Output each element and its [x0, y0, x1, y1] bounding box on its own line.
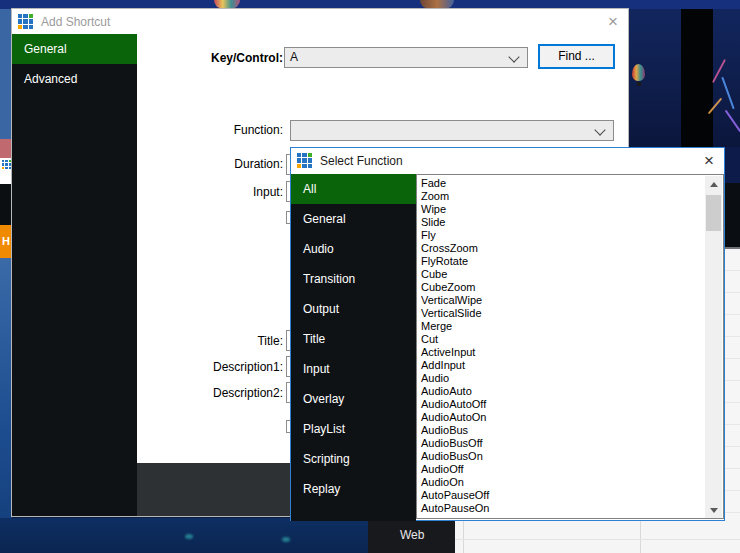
- title-label: Title:: [133, 334, 283, 348]
- table-row-divider: [455, 539, 740, 540]
- key-control-dropdown[interactable]: A: [284, 47, 528, 68]
- table-column-divider: [463, 518, 464, 553]
- category-item[interactable]: Input: [291, 354, 416, 384]
- function-item[interactable]: AutoPauseOn: [417, 502, 723, 515]
- orange-badge: H: [0, 225, 12, 258]
- category-item[interactable]: PlayList: [291, 414, 416, 444]
- function-item[interactable]: Wipe: [417, 203, 723, 216]
- function-dropdown[interactable]: [290, 120, 614, 141]
- balloon-basket: [637, 82, 641, 86]
- desktop-black-strip: [681, 9, 713, 147]
- app-tile-icon: [0, 158, 12, 184]
- function-item[interactable]: Slide: [417, 216, 723, 229]
- close-icon[interactable]: ×: [694, 151, 724, 171]
- scrollbar-thumb[interactable]: [706, 195, 721, 231]
- function-label: Function:: [133, 123, 283, 137]
- vmix-app-icon: [18, 14, 33, 29]
- web-tab-label[interactable]: Web: [368, 518, 455, 553]
- function-item[interactable]: AudioAutoOff: [417, 398, 723, 411]
- category-item[interactable]: Audio: [291, 234, 416, 264]
- duration-label: Duration:: [133, 157, 283, 171]
- function-item[interactable]: ActiveInput: [417, 346, 723, 359]
- function-item[interactable]: VerticalSlide: [417, 307, 723, 320]
- function-item[interactable]: Zoom: [417, 190, 723, 203]
- description2-label: Description2:: [133, 386, 283, 400]
- background-window-fragment: [724, 147, 740, 183]
- dialog-title: Select Function: [320, 154, 403, 168]
- table-column-divider: [640, 518, 641, 553]
- function-item[interactable]: AudioBusOff: [417, 437, 723, 450]
- scroll-down-icon[interactable]: [705, 502, 722, 519]
- category-item[interactable]: Replay: [291, 474, 416, 504]
- category-item[interactable]: General: [291, 204, 416, 234]
- function-item[interactable]: CrossZoom: [417, 242, 723, 255]
- function-item[interactable]: AudioBus: [417, 424, 723, 437]
- photo-highlight: [185, 534, 193, 539]
- desktop-image-fragment: [420, 0, 454, 9]
- description1-label: Description1:: [133, 360, 283, 374]
- dialog-title: Add Shortcut: [41, 15, 110, 29]
- function-item[interactable]: FlyRotate: [417, 255, 723, 268]
- scroll-up-icon[interactable]: [705, 176, 722, 193]
- function-item[interactable]: AudioAuto: [417, 385, 723, 398]
- function-item[interactable]: AudioOn: [417, 476, 723, 489]
- photo-highlight: [282, 537, 290, 542]
- add-shortcut-titlebar[interactable]: Add Shortcut ×: [12, 9, 628, 34]
- background-window-fragment: [724, 183, 740, 247]
- function-item[interactable]: CubeZoom: [417, 281, 723, 294]
- category-item[interactable]: Title: [291, 324, 416, 354]
- function-item[interactable]: Audio: [417, 372, 723, 385]
- key-control-label: Key/Control:: [133, 51, 283, 65]
- scrollbar[interactable]: [705, 176, 722, 519]
- add-shortcut-sidebar: GeneralAdvanced: [12, 34, 137, 516]
- select-function-sidebar: AllGeneralAudioTransitionOutputTitleInpu…: [291, 174, 416, 521]
- function-item[interactable]: Cube: [417, 268, 723, 281]
- category-item[interactable]: Scripting: [291, 444, 416, 474]
- desktop-dark-fragment: [0, 184, 12, 225]
- close-icon[interactable]: ×: [598, 12, 628, 32]
- category-item[interactable]: Overlay: [291, 384, 416, 414]
- vmix-app-icon: [297, 153, 312, 168]
- sidebar-item[interactable]: General: [12, 34, 137, 64]
- function-item[interactable]: AddInput: [417, 359, 723, 372]
- function-item[interactable]: Cut: [417, 333, 723, 346]
- function-item[interactable]: AutoPauseOff: [417, 489, 723, 502]
- function-item[interactable]: Fade: [417, 177, 723, 190]
- sidebar-item[interactable]: Advanced: [12, 64, 137, 94]
- function-items: FadeZoomWipeSlideFlyCrossZoomFlyRotateCu…: [417, 175, 723, 515]
- function-item[interactable]: AudioOff: [417, 463, 723, 476]
- category-item[interactable]: Transition: [291, 264, 416, 294]
- water-photo-fragment: [0, 518, 368, 553]
- input-label: Input:: [133, 185, 283, 199]
- desktop-top-strip: [0, 0, 740, 9]
- function-item[interactable]: AudioAutoOn: [417, 411, 723, 424]
- function-item[interactable]: Merge: [417, 320, 723, 333]
- select-function-titlebar[interactable]: Select Function ×: [291, 148, 724, 173]
- category-item[interactable]: All: [291, 174, 416, 204]
- background-table: [455, 518, 740, 553]
- find-button[interactable]: Find ...: [538, 44, 615, 69]
- function-item[interactable]: Fly: [417, 229, 723, 242]
- function-item[interactable]: AudioBusOn: [417, 450, 723, 463]
- function-listbox[interactable]: FadeZoomWipeSlideFlyCrossZoomFlyRotateCu…: [416, 174, 724, 519]
- screen: H Web Add Shortcut × GeneralAdvanced Key…: [0, 0, 740, 553]
- category-item[interactable]: Output: [291, 294, 416, 324]
- background-list-rows: [723, 249, 740, 518]
- desktop-photo-fragment: [0, 258, 12, 553]
- function-item[interactable]: VerticalWipe: [417, 294, 723, 307]
- select-function-dialog: Select Function × AllGeneralAudioTransit…: [290, 147, 725, 521]
- hot-air-balloon-image: [632, 64, 645, 81]
